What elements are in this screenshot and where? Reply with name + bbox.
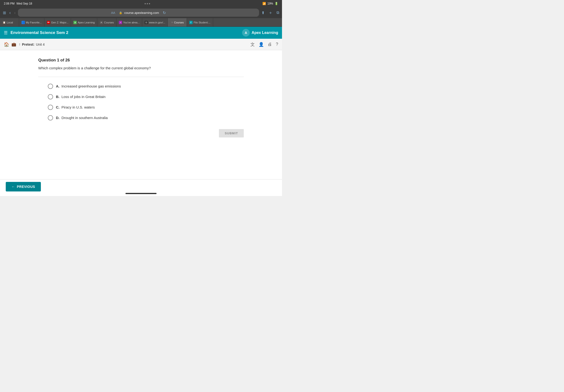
date: Wed Sep 18 [16,2,32,5]
tab-filo[interactable]: F Filo Student:... [187,18,213,27]
hamburger-menu-icon[interactable]: ☰ [4,30,8,35]
option-d[interactable]: D. Drought in southern Australia [48,115,244,120]
briefcase-button[interactable]: 💼 [12,42,16,47]
browser-actions: ⬆ ＋ ⧉ [261,10,279,15]
tab-youve-favicon: ≡ [119,21,122,24]
tabs-bar: 📋 Local 🔵 My Favorite... BI Gen Z: Major… [0,18,282,27]
tab-apex-learning[interactable]: A Apex Learning [71,18,97,27]
reload-button[interactable]: ↻ [163,11,166,15]
option-c-text: Piracy in U.S. waters [61,105,95,109]
status-bar: 2:06 PM Wed Sep 18 📶 19% 🔋 [0,0,282,7]
back-button[interactable]: ‹ [9,10,11,15]
home-button[interactable]: 🏠 [4,42,9,47]
aa-label[interactable]: AA [111,11,115,14]
bottom-bar: ← PREVIOUS [0,179,282,196]
apex-logo: A Apex Learning [242,29,278,37]
tab-courses[interactable]: A Courses [97,18,116,27]
battery-icon: 🔋 [275,2,278,5]
option-d-letter: D. [56,116,59,120]
radio-c[interactable] [48,105,53,110]
option-a-text: Increased greenhouse gas emissions [61,84,121,88]
tab-favorites-label: My Favorite... [26,21,42,24]
radio-a[interactable] [48,84,53,89]
submit-area: SUBMIT [38,129,244,138]
wifi-icon: 📶 [262,2,266,5]
translate-icon[interactable]: 文 [250,42,255,47]
apex-logo-text: Apex Learning [252,31,278,35]
option-a[interactable]: A. Increased greenhouse gas emissions [48,84,244,89]
sub-header: 🏠 💼 ↑ Pretest: Unit 4 文 👤 🖨 ? [0,39,282,50]
app-header-left: ☰ Environmental Science Sem 2 [4,30,68,35]
breadcrumb: ↑ Pretest: Unit 4 [19,42,45,47]
tab-courses-2-label: Courses [174,21,184,24]
option-b[interactable]: B. Loss of jobs in Great Britain [48,94,244,99]
tabs-icon[interactable]: ⧉ [276,11,279,15]
new-tab-icon[interactable]: ＋ [268,10,273,15]
tab-courses-2[interactable]: ✕ Courses [168,18,187,27]
tab-filo-label: Filo Student:... [193,21,210,24]
status-right: 📶 19% 🔋 [262,2,278,5]
option-b-letter: B. [56,95,59,99]
option-b-label: B. Loss of jobs in Great Britain [56,95,105,99]
print-icon[interactable]: 🖨 [268,42,272,47]
radio-b[interactable] [48,94,53,99]
option-c[interactable]: C. Piracy in U.S. waters [48,105,244,110]
radio-d[interactable] [48,115,53,120]
browser-controls: ⊞ ‹ › [3,10,15,15]
app-header: ☰ Environmental Science Sem 2 A Apex Lea… [0,27,282,39]
lock-icon: 🔒 [119,11,122,14]
tab-courses-label: Courses [104,21,114,24]
home-indicator [125,193,157,194]
breadcrumb-up-icon[interactable]: ↑ [19,42,21,47]
tab-genz-label: Gen Z: Major... [51,21,69,24]
pretest-label: Pretest: [22,42,34,46]
sidebar-toggle-button[interactable]: ⊞ [3,11,6,15]
option-b-text: Loss of jobs in Great Britain [61,95,105,99]
browser-chrome: ⊞ ‹ › AA 🔒 course.apexlearning.com ↻ ⬆ ＋… [0,7,282,18]
question-text: Which complex problem is a challenge for… [38,66,244,71]
three-dots [145,3,150,4]
course-title: Environmental Science Sem 2 [11,30,68,35]
tab-ingov[interactable]: D www.in.gov/... [142,18,168,27]
tab-favorites-favicon: 🔵 [22,21,25,24]
option-c-letter: C. [56,105,59,109]
tab-youve-already[interactable]: ≡ You've alrea... [116,18,142,27]
tab-ingov-favicon: D [145,21,148,24]
prev-arrow-icon: ← [12,185,15,189]
forward-button[interactable]: › [14,10,15,15]
unit-label: Unit 4 [36,42,45,46]
help-icon[interactable]: ? [276,42,278,47]
accessibility-icon[interactable]: 👤 [259,42,264,47]
tab-ingov-label: www.in.gov/... [149,21,165,24]
option-d-text: Drought in southern Australia [61,116,108,120]
submit-button[interactable]: SUBMIT [219,129,244,138]
divider [38,77,244,77]
sub-header-right: 文 👤 🖨 ? [250,42,278,47]
previous-button[interactable]: ← PREVIOUS [6,182,41,192]
tab-local[interactable]: 📋 Local [0,18,19,27]
tab-apex-label: Apex Learning [78,21,95,24]
option-c-label: C. Piracy in U.S. waters [56,105,95,109]
address-bar[interactable]: AA 🔒 course.apexlearning.com ↻ [18,9,259,17]
question-number: Question 1 of 26 [38,58,244,63]
battery-level: 19% [267,2,273,5]
tab-apex-favicon: A [73,21,77,24]
tab-genz[interactable]: BI Gen Z: Major... [44,18,71,27]
url-text: course.apexlearning.com [124,11,159,14]
share-icon[interactable]: ⬆ [261,11,264,15]
sub-header-left: 🏠 💼 ↑ Pretest: Unit 4 [4,42,45,47]
tab-courses-favicon: A [100,21,103,24]
options-list: A. Increased greenhouse gas emissions B.… [38,84,244,120]
time: 2:06 PM [4,2,14,5]
tab-local-favicon: 📋 [2,21,6,24]
status-left: 2:06 PM Wed Sep 18 [4,2,32,5]
tab-my-favorites[interactable]: 🔵 My Favorite... [19,18,44,27]
option-a-label: A. Increased greenhouse gas emissions [56,84,121,88]
tab-courses-close[interactable]: ✕ [171,21,173,24]
svg-text:A: A [245,31,247,35]
option-d-label: D. Drought in southern Australia [56,116,108,120]
content-area: Question 1 of 26 Which complex problem i… [0,50,282,196]
page-wrapper: 2:06 PM Wed Sep 18 📶 19% 🔋 ⊞ ‹ › AA 🔒 co… [0,0,282,196]
option-a-letter: A. [56,84,59,88]
tab-filo-favicon: F [189,21,193,24]
